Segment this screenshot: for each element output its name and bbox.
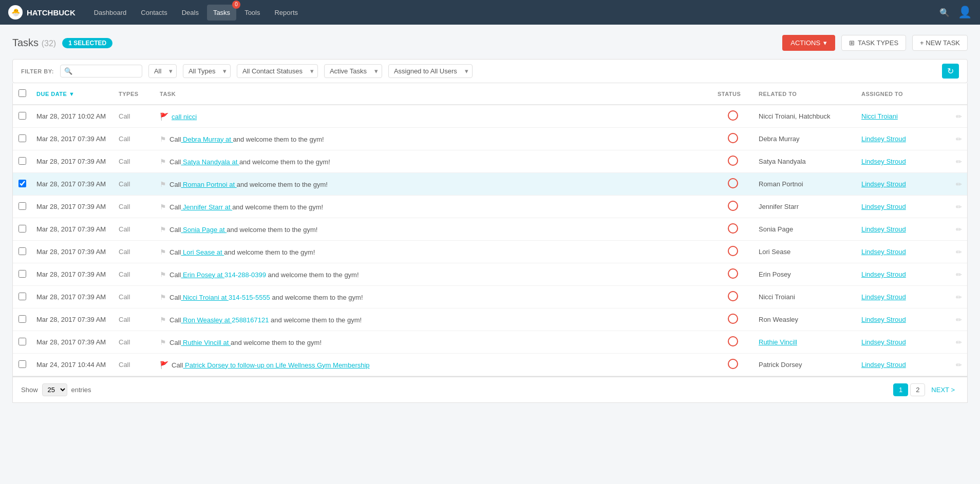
header-due-date[interactable]: DUE DATE ▼ xyxy=(31,83,114,105)
task-prefix: Call xyxy=(169,248,181,256)
grid-icon: ⊞ xyxy=(849,39,855,47)
row-checkbox[interactable] xyxy=(18,360,26,368)
nav-link-deals[interactable]: Deals xyxy=(176,5,205,21)
row-checkbox[interactable] xyxy=(18,225,26,233)
assigned-to-link[interactable]: Lindsey Stroud xyxy=(861,248,906,256)
status-circle[interactable] xyxy=(728,314,738,324)
task-suffix: and welcome them to the gym! xyxy=(237,181,328,188)
select-all-checkbox[interactable] xyxy=(18,89,26,97)
status-circle[interactable] xyxy=(728,359,738,369)
nav-link-tasks[interactable]: Tasks 0 xyxy=(207,5,236,21)
task-name-link[interactable]: Roman Portnoi at xyxy=(181,181,236,188)
row-checkbox[interactable] xyxy=(18,270,26,278)
assigned-to-link[interactable]: Lindsey Stroud xyxy=(861,225,906,233)
task-name-link[interactable]: Ron Weasley at xyxy=(181,316,232,324)
assigned-to-link[interactable]: Lindsey Stroud xyxy=(861,180,906,188)
edit-icon[interactable]: ✏ xyxy=(956,112,962,121)
task-name-link[interactable]: Ruthie Vincill at xyxy=(181,339,231,346)
task-prefix: Call xyxy=(169,158,181,166)
status-cell xyxy=(712,105,753,128)
task-name-link[interactable]: Sonia Page at xyxy=(181,226,227,234)
assigned-to-link[interactable]: Lindsey Stroud xyxy=(861,203,906,210)
user-avatar[interactable]: 👤 xyxy=(958,6,972,19)
task-name-link[interactable]: Lori Sease at xyxy=(181,248,224,256)
assigned-to-link[interactable]: Lindsey Stroud xyxy=(861,316,906,323)
task-cell: ⚑Call Satya Nandyala at and welcome them… xyxy=(155,150,712,173)
contact-status-filter-select[interactable]: All Contact Statuses xyxy=(237,64,318,78)
nav-link-tools[interactable]: Tools xyxy=(238,5,266,21)
assigned-to-link[interactable]: Lindsey Stroud xyxy=(861,293,906,301)
task-name-link[interactable]: Nicci Troiani at xyxy=(181,294,228,301)
related-to-link[interactable]: Ruthie Vincill xyxy=(759,338,797,346)
status-circle[interactable] xyxy=(728,223,738,234)
types-filter-select[interactable]: All Types xyxy=(183,64,231,78)
status-circle[interactable] xyxy=(728,336,738,346)
edit-icon[interactable]: ✏ xyxy=(956,293,962,301)
assigned-to-link[interactable]: Nicci Troiani xyxy=(861,112,898,120)
task-name-link[interactable]: Patrick Dorsey to follow-up on Life Well… xyxy=(183,361,369,369)
row-checkbox[interactable] xyxy=(18,315,26,323)
table-row: Mar 28, 2017 07:39 AMCall⚑Call Ruthie Vi… xyxy=(13,331,967,354)
page-2-button[interactable]: 2 xyxy=(910,383,925,396)
assigned-to-cell: Lindsey Stroud xyxy=(856,241,949,263)
row-checkbox[interactable] xyxy=(18,202,26,210)
task-link[interactable]: call nicci xyxy=(172,113,197,121)
edit-icon[interactable]: ✏ xyxy=(956,203,962,211)
all-filter-select[interactable]: All xyxy=(148,64,177,78)
status-circle[interactable] xyxy=(728,268,738,279)
task-name-link[interactable]: Debra Murray at xyxy=(181,135,233,143)
edit-icon[interactable]: ✏ xyxy=(956,248,962,256)
task-types-button[interactable]: ⊞ TASK TYPES xyxy=(841,35,906,51)
page-title-area: Tasks (32) 1 SELECTED xyxy=(12,37,112,49)
logo[interactable]: 🐣 HATCHBUCK xyxy=(8,5,76,20)
assigned-to-link[interactable]: Lindsey Stroud xyxy=(861,158,906,165)
edit-icon[interactable]: ✏ xyxy=(956,361,962,369)
status-circle[interactable] xyxy=(728,201,738,211)
status-circle[interactable] xyxy=(728,133,738,143)
page-1-button[interactable]: 1 xyxy=(893,383,908,396)
row-checkbox[interactable] xyxy=(18,157,26,165)
table-row: Mar 28, 2017 07:39 AMCall⚑Call Nicci Tro… xyxy=(13,286,967,308)
task-name-link[interactable]: Satya Nandyala at xyxy=(181,158,239,166)
edit-icon[interactable]: ✏ xyxy=(956,270,962,279)
row-checkbox[interactable] xyxy=(18,338,26,345)
table-row: Mar 28, 2017 07:39 AMCall⚑Call Lori Seas… xyxy=(13,241,967,263)
per-page-select[interactable]: 25 xyxy=(42,383,67,396)
nav-link-reports[interactable]: Reports xyxy=(268,5,304,21)
row-checkbox[interactable] xyxy=(18,180,26,187)
assigned-to-link[interactable]: Lindsey Stroud xyxy=(861,338,906,346)
status-circle[interactable] xyxy=(728,178,738,188)
task-prefix: Call xyxy=(169,294,181,301)
row-checkbox[interactable] xyxy=(18,293,26,300)
active-tasks-filter-select[interactable]: Active Tasks xyxy=(324,64,382,78)
edit-icon[interactable]: ✏ xyxy=(956,225,962,234)
status-circle[interactable] xyxy=(728,291,738,301)
edit-icon[interactable]: ✏ xyxy=(956,180,962,188)
edit-icon[interactable]: ✏ xyxy=(956,338,962,346)
row-checkbox[interactable] xyxy=(18,247,26,255)
nav-link-dashboard[interactable]: Dashboard xyxy=(88,5,133,21)
new-task-button[interactable]: + NEW TASK xyxy=(912,35,968,51)
row-checkbox[interactable] xyxy=(18,134,26,142)
status-circle[interactable] xyxy=(728,110,738,121)
task-name-link[interactable]: Jennifer Starr at xyxy=(181,203,232,211)
search-icon[interactable]: 🔍 xyxy=(939,8,950,17)
refresh-button[interactable]: ↻ xyxy=(942,64,959,79)
edit-icon[interactable]: ✏ xyxy=(956,158,962,166)
edit-cell: ✏ xyxy=(949,105,967,128)
assigned-to-link[interactable]: Lindsey Stroud xyxy=(861,361,906,369)
all-filter-wrap: All xyxy=(148,64,177,78)
status-circle[interactable] xyxy=(728,156,738,166)
row-checkbox[interactable] xyxy=(18,112,26,120)
edit-icon[interactable]: ✏ xyxy=(956,316,962,324)
edit-icon[interactable]: ✏ xyxy=(956,135,962,143)
status-circle[interactable] xyxy=(728,246,738,256)
assigned-to-link[interactable]: Lindsey Stroud xyxy=(861,270,906,278)
task-cell: ⚑Call Jennifer Starr at and welcome them… xyxy=(155,196,712,218)
task-name-link[interactable]: Erin Posey at xyxy=(181,271,224,279)
actions-button[interactable]: ACTIONS ▾ xyxy=(782,35,835,51)
nav-link-contacts[interactable]: Contacts xyxy=(135,5,173,21)
assigned-to-link[interactable]: Lindsey Stroud xyxy=(861,135,906,143)
assigned-filter-select[interactable]: Assigned to All Users xyxy=(388,64,473,78)
next-page-button[interactable]: NEXT > xyxy=(927,384,959,396)
